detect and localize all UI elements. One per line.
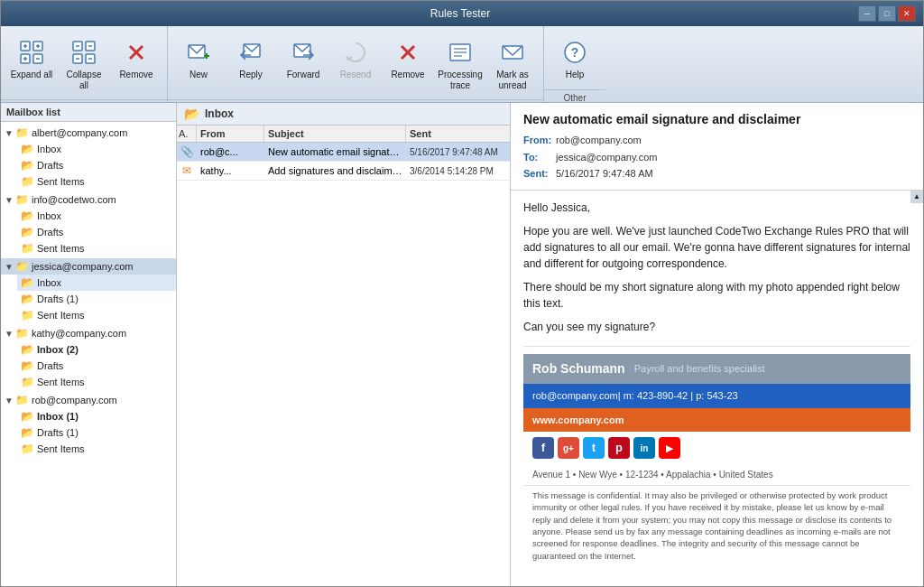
email2-att-cell: ✉ bbox=[177, 162, 197, 180]
sent-label: Sent: bbox=[523, 165, 552, 182]
facebook-icon[interactable]: f bbox=[532, 437, 554, 459]
info-drafts-icon: 📂 bbox=[21, 226, 34, 238]
preview-meta: From: rob@company.com To: jessica@compan… bbox=[523, 132, 910, 182]
albert-inbox[interactable]: 📂 Inbox bbox=[17, 141, 176, 157]
toolbar-group-email: New Reply bbox=[168, 26, 544, 102]
resend-icon bbox=[341, 38, 370, 67]
info-sent-label: Sent Items bbox=[37, 243, 85, 254]
kathy-inbox[interactable]: 📂 Inbox (2) bbox=[17, 341, 176, 358]
remove-email-label: Remove bbox=[391, 70, 424, 80]
pinterest-icon[interactable]: p bbox=[608, 437, 630, 459]
albert-drafts-label: Drafts bbox=[37, 160, 63, 171]
account-albert: ▼ 📁 albert@company.com 📂 Inbox 📂 Drafts … bbox=[1, 124, 176, 191]
help-icon: ? bbox=[560, 38, 589, 67]
account-rob-children: 📂 Inbox (1) 📂 Drafts (1) 📁 Sent Items bbox=[1, 408, 176, 457]
collapse-all-label: Collapse all bbox=[61, 70, 106, 91]
rob-inbox[interactable]: 📂 Inbox (1) bbox=[17, 408, 176, 424]
reply-button[interactable]: Reply bbox=[226, 33, 276, 86]
info-inbox[interactable]: 📂 Inbox bbox=[17, 208, 176, 224]
account-info-row[interactable]: ▼ 📁 info@codetwo.com bbox=[1, 191, 176, 208]
kathy-drafts[interactable]: 📂 Drafts bbox=[17, 358, 176, 374]
sidebar: Mailbox list ▼ 📁 albert@company.com 📂 In… bbox=[1, 103, 177, 587]
kathy-inbox-label: Inbox (2) bbox=[37, 344, 79, 355]
info-drafts[interactable]: 📂 Drafts bbox=[17, 224, 176, 240]
help-label: Help bbox=[566, 70, 585, 80]
title-bar-controls: ─ □ ✕ bbox=[858, 5, 916, 22]
albert-inbox-icon: 📂 bbox=[21, 143, 34, 155]
youtube-icon[interactable]: ▶ bbox=[659, 437, 680, 459]
account-kathy-children: 📂 Inbox (2) 📂 Drafts 📁 Sent Items bbox=[1, 341, 176, 390]
other-buttons: ? Help bbox=[544, 30, 605, 89]
sig-website: www.company.com bbox=[523, 408, 910, 433]
kathy-sent[interactable]: 📁 Sent Items bbox=[17, 374, 176, 390]
preview-from-value: rob@company.com bbox=[556, 132, 642, 149]
preview-subject: New automatic email signature and discla… bbox=[523, 112, 910, 126]
account-kathy-row[interactable]: ▼ 📁 kathy@company.com bbox=[1, 325, 176, 341]
sidebar-header: Mailbox list bbox=[1, 103, 176, 122]
reply-label: Reply bbox=[239, 70, 263, 80]
email2-subject: Add signatures and disclaimers to... bbox=[264, 163, 406, 179]
account-info-folder-icon: 📁 bbox=[15, 193, 29, 206]
email-buttons: New Reply bbox=[168, 30, 543, 99]
account-jessica-children: 📂 Inbox 📂 Drafts (1) 📁 Sent Items bbox=[1, 275, 176, 323]
account-kathy-arrow: ▼ bbox=[5, 329, 15, 339]
account-jessica-folder-icon: 📁 bbox=[15, 260, 29, 273]
kathy-drafts-label: Drafts bbox=[37, 360, 63, 371]
jessica-sent[interactable]: 📁 Sent Items bbox=[17, 307, 176, 323]
sig-social: f g+ t p in ▶ bbox=[523, 432, 910, 464]
rob-sent[interactable]: 📁 Sent Items bbox=[17, 441, 176, 457]
email-list-panel: 📂 Inbox A. From Subject Sent 📎 rob@c... … bbox=[177, 103, 511, 587]
scroll-up-button[interactable]: ▲ bbox=[910, 191, 923, 203]
info-sent[interactable]: 📁 Sent Items bbox=[17, 240, 176, 256]
googleplus-icon[interactable]: g+ bbox=[558, 437, 579, 459]
info-sent-icon: 📁 bbox=[21, 242, 34, 255]
new-email-button[interactable]: New bbox=[173, 33, 224, 86]
rob-drafts[interactable]: 📂 Drafts (1) bbox=[17, 424, 176, 441]
forward-button[interactable]: Forward bbox=[278, 33, 328, 86]
jessica-inbox[interactable]: 📂 Inbox bbox=[17, 275, 176, 291]
resend-button[interactable]: Resend bbox=[330, 33, 381, 86]
close-button[interactable]: ✕ bbox=[898, 5, 916, 22]
email-row-1[interactable]: 📎 rob@c... New automatic email signature… bbox=[177, 143, 510, 162]
maximize-button[interactable]: □ bbox=[878, 5, 896, 22]
mailbox-buttons: Expand all Collapse all bbox=[1, 30, 167, 99]
account-info-children: 📂 Inbox 📂 Drafts 📁 Sent Items bbox=[1, 208, 176, 256]
sig-address: Avenue 1 • New Wye • 12-1234 • Appalachi… bbox=[523, 464, 910, 485]
email-row-2[interactable]: ✉ kathy... Add signatures and disclaimer… bbox=[177, 162, 510, 181]
collapse-all-button[interactable]: Collapse all bbox=[59, 33, 109, 96]
jessica-drafts[interactable]: 📂 Drafts (1) bbox=[17, 291, 176, 307]
twitter-icon[interactable]: t bbox=[583, 437, 605, 459]
minimize-button[interactable]: ─ bbox=[858, 5, 876, 22]
account-albert-row[interactable]: ▼ 📁 albert@company.com bbox=[1, 125, 176, 141]
info-inbox-icon: 📂 bbox=[21, 210, 34, 222]
account-rob-row[interactable]: ▼ 📁 rob@company.com bbox=[1, 392, 176, 408]
albert-drafts[interactable]: 📂 Drafts bbox=[17, 157, 176, 173]
jessica-drafts-icon: 📂 bbox=[21, 293, 34, 305]
body-greeting: Hello Jessica, bbox=[523, 200, 910, 216]
mark-as-unread-icon bbox=[498, 38, 527, 67]
email-preview: New automatic email signature and discla… bbox=[511, 103, 923, 587]
col-sent: Sent bbox=[406, 126, 510, 142]
albert-sent[interactable]: 📁 Sent Items bbox=[17, 173, 176, 190]
remove-mailbox-button[interactable]: Remove bbox=[111, 33, 162, 86]
rob-drafts-label: Drafts (1) bbox=[37, 427, 79, 438]
rob-inbox-icon: 📂 bbox=[21, 410, 34, 423]
account-albert-children: 📂 Inbox 📂 Drafts 📁 Sent Items bbox=[1, 141, 176, 190]
body-para3: Can you see my signature? bbox=[523, 319, 910, 335]
linkedin-icon[interactable]: in bbox=[633, 437, 655, 459]
processing-trace-icon bbox=[446, 38, 475, 67]
expand-all-button[interactable]: Expand all bbox=[6, 33, 57, 86]
help-button[interactable]: ? Help bbox=[550, 33, 600, 86]
inbox-folder-icon: 📂 bbox=[184, 107, 199, 121]
mark-as-unread-button[interactable]: Mark as unread bbox=[487, 33, 538, 96]
email2-from: kathy... bbox=[197, 163, 264, 179]
account-jessica-arrow: ▼ bbox=[5, 262, 15, 272]
account-jessica-row[interactable]: ▼ 📁 jessica@company.com bbox=[1, 258, 176, 275]
to-label: To: bbox=[523, 149, 552, 166]
processing-trace-button[interactable]: Processing trace bbox=[435, 33, 485, 96]
remove-mailbox-label: Remove bbox=[119, 70, 152, 80]
preview-to-row: To: jessica@company.com bbox=[523, 149, 910, 166]
account-albert-arrow: ▼ bbox=[5, 128, 15, 138]
remove-email-button[interactable]: Remove bbox=[383, 33, 433, 86]
remove-mailbox-icon bbox=[122, 38, 151, 67]
